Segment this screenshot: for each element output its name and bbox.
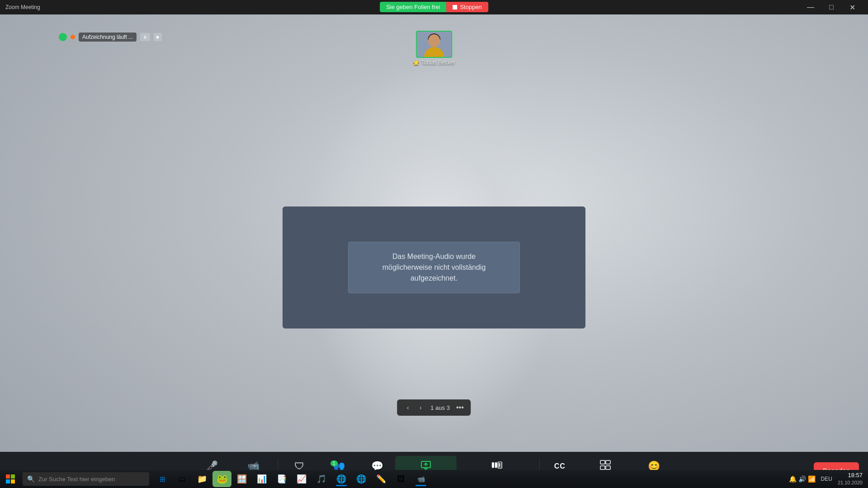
minimize-button[interactable]: — (800, 0, 821, 14)
slide-prev-button[interactable]: ‹ (402, 402, 413, 413)
svg-rect-5 (501, 463, 501, 467)
slide-notification: Das Meeting-Audio wurde möglicherweise n… (348, 242, 520, 293)
stop-sharing-button[interactable]: Stoppen (446, 2, 488, 12)
taskbar-app-2[interactable]: 📁 (193, 471, 212, 487)
taskview-button[interactable]: ⊞ (153, 471, 172, 487)
recording-label: Aufzeichnung läuft ... (79, 33, 137, 42)
svg-rect-2 (495, 462, 497, 468)
close-button[interactable]: ✕ (842, 0, 863, 14)
taskbar-app-5[interactable]: 📊 (252, 471, 271, 487)
participant-name: ⭐ Tobias Becker (413, 60, 455, 66)
system-tray: 🔔 🔊 📶 DEU 18:57 21.10.2020 (783, 472, 868, 486)
clock-date: 21.10.2020 (838, 479, 863, 486)
taskbar-app-9[interactable]: 🌐 (332, 471, 351, 487)
taskbar-app-10[interactable]: 🌐 (352, 471, 371, 487)
main-content-area: Aufzeichnung läuft ... ⏸ ⏹ ⭐ Tobias Beck… (0, 14, 868, 488)
taskbar-app-11[interactable]: ✏️ (372, 471, 391, 487)
recording-stop-button[interactable]: ⏹ (154, 33, 162, 41)
recording-bar: Aufzeichnung läuft ... ⏸ ⏹ (59, 33, 162, 42)
slide-navigation[interactable]: ‹ › 1 aus 3 ••• (397, 399, 471, 416)
recording-pause-button[interactable]: ⏸ (140, 33, 150, 41)
avatar-head (428, 34, 440, 47)
maximize-button[interactable]: □ (821, 0, 842, 14)
audio-caret: ▲ (211, 463, 215, 468)
taskbar-zoom-app[interactable]: 📹 (411, 471, 430, 487)
svg-rect-11 (11, 474, 15, 479)
system-clock[interactable]: 18:57 21.10.2020 (838, 472, 863, 486)
host-icon: ⭐ (413, 60, 420, 66)
windows-taskbar: 🔍 Zur Suche Text hier eingeben ⊞ 🗂 📁 🐸 🪟… (0, 470, 868, 488)
slide-next-button[interactable]: › (415, 402, 426, 413)
participant-video (416, 31, 452, 58)
security-icon (59, 33, 67, 41)
taskbar-app-8[interactable]: 🎵 (312, 471, 331, 487)
svg-rect-10 (6, 474, 10, 479)
search-placeholder: Zur Suche Text hier eingeben (38, 476, 115, 483)
start-button[interactable] (0, 470, 21, 488)
taskbar-app-7[interactable]: 📈 (292, 471, 311, 487)
teilnehmer-badge: 1 (330, 460, 338, 466)
participant-avatar (417, 32, 451, 57)
svg-rect-4 (499, 463, 500, 467)
slide-container: Das Meeting-Audio wurde möglicherweise n… (283, 206, 585, 328)
clock-time: 18:57 (838, 472, 863, 479)
tray-icons: 🔔 🔊 📶 (789, 475, 816, 483)
notification-text: Das Meeting-Audio wurde möglicherweise n… (367, 251, 501, 284)
stop-icon (453, 5, 457, 9)
avatar-shirt (424, 47, 444, 57)
taskbar-app-6[interactable]: 📑 (272, 471, 291, 487)
taskbar-apps: ⊞ 🗂 📁 🐸 🪟 📊 📑 📈 🎵 🌐 🌐 ✏️ 🖼 📹 (151, 471, 783, 487)
video-caret: ▲ (253, 463, 257, 468)
recording-dot (71, 35, 75, 39)
taskbar-app-4[interactable]: 🪟 (232, 471, 251, 487)
svg-rect-7 (606, 460, 610, 464)
taskbar-app-3[interactable]: 🐸 (212, 471, 231, 487)
sharing-banner: Sie geben Folien frei Stoppen (380, 2, 488, 12)
window-controls: — □ ✕ (800, 0, 863, 14)
participant-thumbnail: ⭐ Tobias Becker (413, 31, 455, 66)
svg-rect-13 (11, 479, 15, 483)
slide-counter: 1 aus 3 (428, 404, 453, 411)
taskbar-app-1[interactable]: 🗂 (173, 471, 192, 487)
taskbar-app-12[interactable]: 🖼 (392, 471, 410, 487)
svg-rect-6 (600, 460, 605, 464)
svg-rect-1 (492, 462, 494, 468)
svg-rect-9 (606, 466, 610, 469)
untertitel-icon: CC (554, 462, 566, 470)
window-title: Zoom Meeting (5, 4, 40, 10)
sharing-status-label: Sie geben Folien frei (380, 2, 446, 12)
tray-language: DEU (821, 476, 832, 482)
slide-more-button[interactable]: ••• (454, 404, 466, 412)
svg-rect-12 (6, 479, 10, 483)
search-icon: 🔍 (27, 475, 35, 483)
taskbar-search[interactable]: 🔍 Zur Suche Text hier eingeben (23, 472, 149, 486)
svg-rect-3 (498, 462, 502, 468)
svg-rect-8 (600, 466, 605, 469)
